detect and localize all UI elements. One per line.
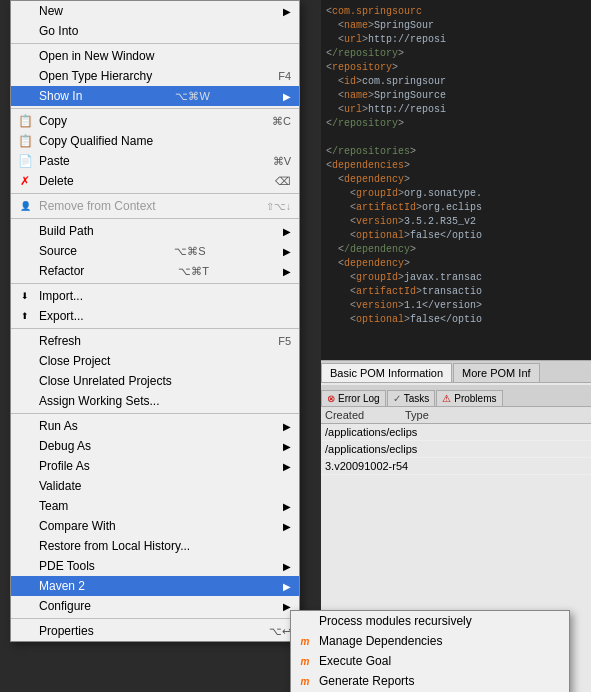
menu-item-profile-as[interactable]: Profile As ▶ <box>11 456 299 476</box>
arrow-icon-show-in: ▶ <box>283 91 291 102</box>
paste-icon: 📄 <box>17 153 33 169</box>
submenu-item-manage-deps[interactable]: m Manage Dependencies <box>291 631 569 651</box>
menu-item-pde-tools[interactable]: PDE Tools ▶ <box>11 556 299 576</box>
menu-item-source[interactable]: Source ⌥⌘S ▶ <box>11 241 299 261</box>
menu-item-new[interactable]: New ▶ <box>11 1 299 21</box>
menu-label-profile-as: Profile As <box>39 459 90 473</box>
menu-item-compare-with[interactable]: Compare With ▶ <box>11 516 299 536</box>
menu-label-restore-local: Restore from Local History... <box>39 539 190 553</box>
menu-label-new: New <box>39 4 63 18</box>
menu-label-run-as: Run As <box>39 419 78 433</box>
menu-item-delete[interactable]: ✗ Delete ⌫ <box>11 171 299 191</box>
menu-item-build-path[interactable]: Build Path ▶ <box>11 221 299 241</box>
submenu-item-process-modules[interactable]: Process modules recursively <box>291 611 569 631</box>
tab-error-log[interactable]: ⊗ Error Log <box>321 390 386 406</box>
menu-label-team: Team <box>39 499 68 513</box>
menu-label-debug-as: Debug As <box>39 439 91 453</box>
menu-item-show-in[interactable]: Show In ⌥⌘W ▶ <box>11 86 299 106</box>
menu-label-source: Source <box>39 244 77 258</box>
arrow-icon-run-as: ▶ <box>283 421 291 432</box>
menu-item-team[interactable]: Team ▶ <box>11 496 299 516</box>
arrow-icon-build-path: ▶ <box>283 226 291 237</box>
menu-item-remove-context[interactable]: 👤 Remove from Context ⇧⌥↓ <box>11 196 299 216</box>
menu-item-go-into[interactable]: Go Into <box>11 21 299 41</box>
path-text-2: /applications/eclips <box>325 443 417 455</box>
context-menu: New ▶ Go Into Open in New Window Open Ty… <box>10 0 300 642</box>
menu-label-close-project: Close Project <box>39 354 110 368</box>
menu-label-refactor: Refactor <box>39 264 84 278</box>
shortcut-remove-context: ⇧⌥↓ <box>246 201 291 212</box>
menu-label-open-new-window: Open in New Window <box>39 49 154 63</box>
tab-tasks[interactable]: ✓ Tasks <box>387 390 436 406</box>
shortcut-show-in: ⌥⌘W <box>155 90 209 103</box>
menu-label-validate: Validate <box>39 479 81 493</box>
m-icon-manage-deps: m <box>297 633 313 649</box>
submenu-item-generate-reports[interactable]: m Generate Reports <box>291 671 569 691</box>
separator-6 <box>11 328 299 329</box>
submenu-label-manage-deps: Manage Dependencies <box>319 634 442 648</box>
menu-label-properties: Properties <box>39 624 94 638</box>
shortcut-source: ⌥⌘S <box>154 245 205 258</box>
export-icon: ⬆ <box>17 308 33 324</box>
shortcut-type-hierarchy: F4 <box>258 70 291 82</box>
separator-5 <box>11 283 299 284</box>
menu-label-close-unrelated: Close Unrelated Projects <box>39 374 172 388</box>
menu-label-compare-with: Compare With <box>39 519 116 533</box>
menu-item-refresh[interactable]: Refresh F5 <box>11 331 299 351</box>
editor-panel: <com.springsourc <name>SpringSour <url>h… <box>321 0 591 380</box>
menu-item-validate[interactable]: Validate <box>11 476 299 496</box>
menu-label-build-path: Build Path <box>39 224 94 238</box>
separator-1 <box>11 43 299 44</box>
menu-label-delete: Delete <box>39 174 74 188</box>
tab-basic-pom-label: Basic POM Information <box>330 367 443 379</box>
menu-item-import[interactable]: ⬇ Import... <box>11 286 299 306</box>
tab-more-pom[interactable]: More POM Inf <box>453 363 539 382</box>
tab-basic-pom[interactable]: Basic POM Information <box>321 363 452 382</box>
menu-item-configure[interactable]: Configure ▶ <box>11 596 299 616</box>
menu-item-paste[interactable]: 📄 Paste ⌘V <box>11 151 299 171</box>
arrow-icon-debug-as: ▶ <box>283 441 291 452</box>
menu-item-close-project[interactable]: Close Project <box>11 351 299 371</box>
submenu-label-process-modules: Process modules recursively <box>319 614 472 628</box>
menu-item-assign-working-sets[interactable]: Assign Working Sets... <box>11 391 299 411</box>
submenu-label-execute-goal: Execute Goal <box>319 654 391 668</box>
shortcut-refactor: ⌥⌘T <box>158 265 209 278</box>
tab-tasks-label: Tasks <box>404 393 430 404</box>
menu-item-open-type-hierarchy[interactable]: Open Type Hierarchy F4 <box>11 66 299 86</box>
menu-label-show-in: Show In <box>39 89 82 103</box>
menu-item-close-unrelated[interactable]: Close Unrelated Projects <box>11 371 299 391</box>
menu-label-assign-working-sets: Assign Working Sets... <box>39 394 160 408</box>
version-item: 3.v20091002-r54 <box>321 458 591 475</box>
tab-problems[interactable]: ⚠ Problems <box>436 390 502 406</box>
menu-item-refactor[interactable]: Refactor ⌥⌘T ▶ <box>11 261 299 281</box>
menu-item-open-new-window[interactable]: Open in New Window <box>11 46 299 66</box>
menu-item-restore-local[interactable]: Restore from Local History... <box>11 536 299 556</box>
copy-qualified-icon: 📋 <box>17 133 33 149</box>
menu-item-maven2[interactable]: Maven 2 ▶ <box>11 576 299 596</box>
menu-label-export: Export... <box>39 309 84 323</box>
separator-8 <box>11 618 299 619</box>
shortcut-properties: ⌥↩ <box>249 625 291 638</box>
menu-item-properties[interactable]: Properties ⌥↩ <box>11 621 299 641</box>
arrow-icon-compare-with: ▶ <box>283 521 291 532</box>
menu-label-remove-context: Remove from Context <box>39 199 156 213</box>
tab-error-log-label: Error Log <box>338 393 380 404</box>
arrow-icon-new: ▶ <box>283 6 291 17</box>
menu-label-import: Import... <box>39 289 83 303</box>
menu-label-maven2: Maven 2 <box>39 579 85 593</box>
menu-item-export[interactable]: ⬆ Export... <box>11 306 299 326</box>
menu-item-copy[interactable]: 📋 Copy ⌘C <box>11 111 299 131</box>
menu-item-debug-as[interactable]: Debug As ▶ <box>11 436 299 456</box>
copy-icon: 📋 <box>17 113 33 129</box>
submenu-item-execute-goal[interactable]: m Execute Goal <box>291 651 569 671</box>
delete-icon: ✗ <box>17 173 33 189</box>
menu-item-copy-qualified[interactable]: 📋 Copy Qualified Name <box>11 131 299 151</box>
submenu-label-generate-reports: Generate Reports <box>319 674 414 688</box>
path-item-1: /applications/eclips <box>321 424 591 441</box>
menu-item-run-as[interactable]: Run As ▶ <box>11 416 299 436</box>
menu-label-refresh: Refresh <box>39 334 81 348</box>
menu-label-open-type-hierarchy: Open Type Hierarchy <box>39 69 152 83</box>
shortcut-delete: ⌫ <box>255 175 291 188</box>
col-type: Type <box>405 409 587 421</box>
separator-7 <box>11 413 299 414</box>
